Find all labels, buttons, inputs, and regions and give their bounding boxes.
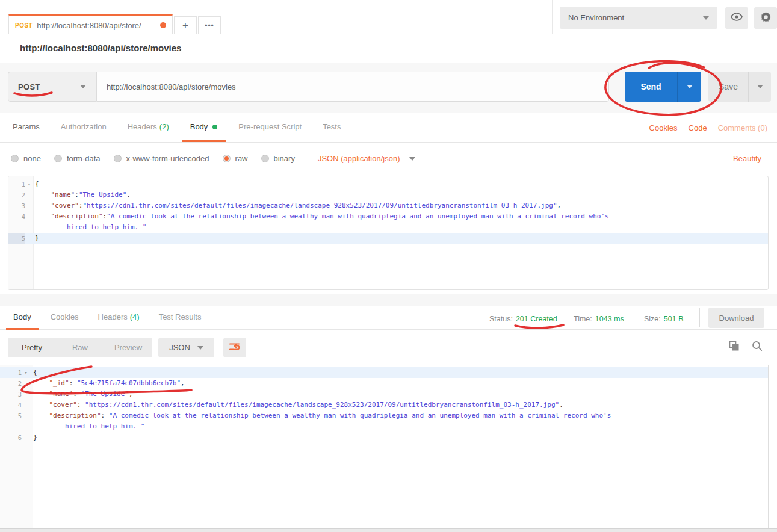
code-line: 2 "_id": "5c4e715fa74c07dbbb6ecb7b", <box>0 378 768 389</box>
body-type-radio-x-www-form-urlencoded[interactable]: x-www-form-urlencoded <box>114 154 209 163</box>
body-type-bar: noneform-datax-www-form-urlencodedrawbin… <box>0 143 777 175</box>
tab-label: Test Results <box>159 312 202 321</box>
code-text: { <box>33 367 37 378</box>
code-line: 3 "name": "The Upside", <box>0 389 768 400</box>
word-wrap-button[interactable] <box>223 338 246 357</box>
line-number: 5 <box>8 233 25 244</box>
body-type-radio-raw[interactable]: raw <box>223 154 248 163</box>
radio-icon <box>223 155 231 162</box>
send-button[interactable]: Send <box>625 72 677 102</box>
new-tab-button[interactable]: + <box>174 16 197 34</box>
tab-count: (4) <box>130 312 140 321</box>
cookies-link[interactable]: Cookies <box>649 123 678 132</box>
tab-url-label: http://localhost:8080/api/store/ <box>37 21 156 30</box>
response-tab-test-results[interactable]: Test Results <box>152 306 209 330</box>
tab-options-button[interactable]: ••• <box>198 16 221 34</box>
save-button[interactable]: Save <box>708 72 748 102</box>
code-text: hired to help him. " <box>33 421 144 432</box>
response-tab-cookies[interactable]: Cookies <box>43 306 86 330</box>
method-select[interactable]: POST <box>8 72 96 102</box>
radio-label: form-data <box>67 154 101 163</box>
tab-label: Cookies <box>51 312 79 321</box>
line-number: 4 <box>8 211 25 222</box>
topbar: POST http://localhost:8080/api/store/ + … <box>0 0 777 34</box>
line-number: 5 <box>0 410 22 421</box>
fold-spacer <box>25 211 33 222</box>
save-options-button[interactable] <box>748 72 771 102</box>
download-button[interactable]: Download <box>708 308 764 328</box>
response-tab-headers[interactable]: Headers(4) <box>91 306 147 330</box>
code-line: 5} <box>8 233 768 244</box>
view-raw-button[interactable]: Raw <box>56 343 104 352</box>
tab-count: (2) <box>159 122 169 131</box>
eye-icon <box>731 13 743 23</box>
request-tab[interactable]: POST http://localhost:8080/api/store/ <box>8 14 173 34</box>
view-pretty-button[interactable]: Pretty <box>8 343 56 352</box>
comments-0-link[interactable]: Comments (0) <box>718 123 767 132</box>
copy-button[interactable] <box>729 341 740 354</box>
response-format-select[interactable]: JSON <box>158 338 214 357</box>
body-type-radio-none[interactable]: none <box>11 154 41 163</box>
time-badge: Time:1043 ms <box>574 313 624 324</box>
tab-headers[interactable]: Headers(2) <box>119 113 178 142</box>
radio-icon <box>114 155 122 162</box>
bottom-scrollbar-track[interactable] <box>0 528 777 532</box>
request-body-editor[interactable]: 1▾{2 "name":"The Upside",3 "cover":"http… <box>8 176 769 290</box>
radio-label: binary <box>274 154 295 163</box>
line-number: 3 <box>0 389 22 400</box>
chevron-down-icon <box>409 157 415 161</box>
code-text: "cover":"https://cdn1.thr.com/sites/defa… <box>35 200 561 211</box>
tab-label: Params <box>13 122 40 131</box>
send-options-button[interactable] <box>677 72 701 102</box>
tab-params[interactable]: Params <box>4 113 48 142</box>
code-link[interactable]: Code <box>689 123 707 132</box>
body-type-radio-form-data[interactable]: form-data <box>54 154 101 163</box>
view-preview-button[interactable]: Preview <box>104 343 152 352</box>
request-tabs-list: ParamsAuthorizationHeaders(2)BodyPre-req… <box>0 113 349 142</box>
code-text: "name":"The Upside", <box>35 190 131 200</box>
beautify-link[interactable]: Beautify <box>733 154 761 163</box>
body-type-radio-binary[interactable]: binary <box>261 154 295 163</box>
size-label: Size: <box>644 315 661 323</box>
code-text: } <box>33 432 37 443</box>
meta-divider <box>699 308 700 327</box>
tab-method-badge: POST <box>15 22 33 29</box>
tab-pre-request-script[interactable]: Pre-request Script <box>230 113 310 142</box>
environment-selector[interactable]: No Environment <box>560 7 717 29</box>
url-input[interactable] <box>96 72 609 102</box>
line-number: 2 <box>0 378 22 389</box>
tab-tests[interactable]: Tests <box>314 113 349 142</box>
radio-icon <box>261 155 269 162</box>
tab-label: Authorization <box>61 122 107 131</box>
response-tool-icons <box>729 341 763 354</box>
code-text: "cover": "https://cdn1.thr.com/sites/def… <box>33 400 563 410</box>
fold-spacer <box>25 222 33 233</box>
search-button[interactable] <box>752 341 763 354</box>
tab-authorization[interactable]: Authorization <box>52 113 115 142</box>
code-line: 2 "name":"The Upside", <box>8 190 768 200</box>
wrap-icon <box>229 342 240 353</box>
fold-spacer <box>25 200 33 211</box>
fold-spacer <box>25 190 33 200</box>
time-value: 1043 ms <box>595 315 624 323</box>
tab-body[interactable]: Body <box>182 113 226 142</box>
fold-caret-icon[interactable]: ▾ <box>25 179 33 190</box>
method-selected-label: POST <box>18 82 40 91</box>
line-number: 6 <box>0 432 22 443</box>
response-tabs: BodyCookiesHeaders(4)Test Results <box>6 306 213 330</box>
fold-spacer <box>22 400 30 410</box>
line-number <box>8 222 25 233</box>
settings-button[interactable] <box>754 7 777 29</box>
line-number <box>0 421 22 432</box>
code-text: "description":"A comedic look at the rel… <box>35 211 609 222</box>
environment-quick-look-button[interactable] <box>725 7 748 29</box>
response-tab-body[interactable]: Body <box>6 306 39 330</box>
unsaved-changes-dot-icon <box>160 22 166 28</box>
fold-spacer <box>22 378 30 389</box>
size-badge: Size:501 B <box>644 313 683 324</box>
content-type-select[interactable]: JSON (application/json) <box>318 154 416 163</box>
response-meta-bar: BodyCookiesHeaders(4)Test Results Status… <box>0 306 777 330</box>
code-line: 1▾{ <box>0 367 768 378</box>
line-number: 1 <box>0 367 22 378</box>
fold-caret-icon[interactable]: ▾ <box>22 367 30 378</box>
